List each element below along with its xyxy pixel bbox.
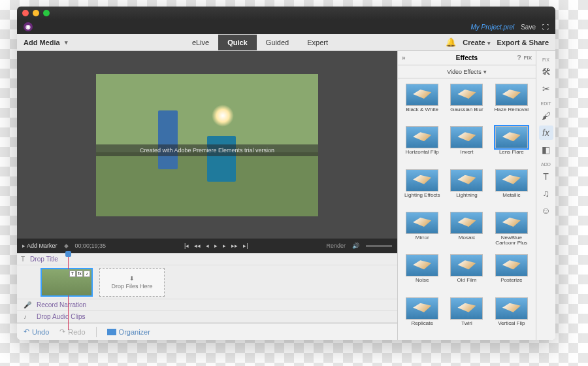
text-track-icon: T (21, 256, 25, 263)
drop-files-label: Drop Files Here (111, 283, 152, 290)
effect-lightning[interactable]: Lightning (445, 168, 488, 208)
effect-mirror[interactable]: Mirror (400, 210, 444, 250)
goto-start-icon[interactable]: |◂ (184, 242, 189, 249)
effect-thumbnail (406, 254, 438, 276)
tab-guided[interactable]: Guided (257, 35, 298, 50)
goto-end-icon[interactable]: ▸| (243, 242, 248, 249)
add-marker-button[interactable]: ▸ Add Marker (22, 242, 57, 249)
close-dot[interactable] (22, 10, 29, 16)
tab-quick[interactable]: Quick (218, 35, 257, 50)
effect-mosaic[interactable]: Mosaic (445, 210, 488, 250)
fullscreen-icon[interactable]: ⛶ (542, 24, 549, 31)
effect-invert[interactable]: Invert (445, 125, 488, 165)
effects-grid: Black & WhiteGaussian BlurHaze RemovalHo… (398, 78, 536, 340)
create-menu[interactable]: Create (463, 39, 490, 46)
narration-track[interactable]: 🎤 Record Narration (17, 299, 397, 311)
titles-icon[interactable]: T (539, 169, 553, 184)
app-window: ◉ My Project.prel Save ⛶ Add Media eLive… (17, 7, 555, 340)
adjust-icon[interactable]: 🛠 (539, 65, 553, 79)
render-button[interactable]: Render (326, 242, 346, 249)
effect-thumbnail (450, 169, 483, 191)
export-share-button[interactable]: Export & Share (497, 39, 549, 46)
effect-old-film[interactable]: Old Film (445, 253, 488, 293)
video-track[interactable]: Tfx♪ ⬇ Drop Files Here (17, 265, 397, 299)
organizer-icon (107, 329, 116, 335)
redo-label: Redo (68, 328, 85, 336)
tab-expert[interactable]: Expert (298, 35, 337, 50)
play-icon[interactable]: ▸ (214, 242, 218, 249)
stage: Created with Adobe Premiere Elements tri… (17, 51, 397, 340)
effect-black-white[interactable]: Black & White (400, 82, 444, 122)
fx-brush-icon[interactable]: 🖌 (539, 108, 553, 123)
title-track-label: Drop Title (30, 256, 58, 263)
effect-metallic[interactable]: Metallic (490, 168, 533, 208)
step-fwd-icon[interactable]: ▸▸ (231, 242, 238, 249)
effect-label: Metallic (502, 193, 520, 203)
effects-panel: » Effects ? FIX Video Effects Black & Wh… (397, 51, 536, 340)
clip-1[interactable]: Tfx♪ (41, 268, 93, 297)
dropdown-label: Video Effects (447, 69, 482, 75)
minimize-dot[interactable] (33, 10, 39, 16)
effect-lighting-effects[interactable]: Lighting Effects (400, 168, 444, 208)
next-frame-icon[interactable]: ▸ (223, 242, 226, 249)
transport-bar: ▸ Add Marker ◆ 00;00;19;35 |◂ ◂◂ ◂ ▸ ▸ ▸… (17, 239, 397, 253)
mac-titlebar (17, 7, 555, 20)
lens-flare-overlay (212, 105, 234, 127)
effect-thumbnail (406, 212, 438, 234)
smiley-icon[interactable]: ☺ (539, 203, 553, 218)
effect-thumbnail (495, 297, 528, 320)
panel-collapse-icon[interactable]: » (402, 54, 406, 61)
effect-label: Haze Removal (495, 107, 529, 118)
rail-section-edit: EDIT (541, 101, 551, 106)
effect-label: Posterize (500, 278, 522, 288)
clip-thumbnail: Tfx♪ (42, 269, 91, 295)
color-icon[interactable]: ◧ (539, 142, 553, 157)
add-media-button[interactable]: Add Media (17, 39, 74, 46)
undo-label: Undo (32, 328, 49, 336)
effect-gaussian-blur[interactable]: Gaussian Blur (445, 82, 488, 122)
help-icon[interactable]: ? (517, 54, 521, 61)
video-frame: Created with Adobe Premiere Elements tri… (96, 74, 318, 216)
tools-icon[interactable]: ✂ (539, 82, 553, 96)
effect-twirl[interactable]: Twirl (445, 296, 488, 336)
effect-thumbnail (495, 84, 528, 106)
marker-nav-icon[interactable]: ◆ (64, 242, 69, 249)
redo-button[interactable]: ↷Redo (59, 327, 85, 336)
prev-frame-icon[interactable]: ◂ (206, 242, 209, 249)
drop-files-well[interactable]: ⬇ Drop Files Here (99, 268, 165, 297)
effect-lens-flare[interactable]: Lens Flare (490, 125, 533, 165)
zoom-dot[interactable] (43, 10, 50, 16)
effect-replicate[interactable]: Replicate (400, 296, 444, 336)
audio-track[interactable]: ♪ Drop Audio Clips (17, 311, 397, 323)
tab-elive[interactable]: eLive (183, 35, 218, 50)
notification-bell-icon[interactable]: 🔔 (446, 37, 456, 47)
title-track-header[interactable]: T Drop Title (17, 254, 397, 265)
volume-icon[interactable]: 🔊 (352, 242, 359, 249)
effect-vertical-flip[interactable]: Vertical Flip (490, 296, 533, 336)
app-logo-icon: ◉ (24, 22, 33, 31)
preview-monitor[interactable]: Created with Adobe Premiere Elements tri… (17, 51, 397, 239)
effect-posterize[interactable]: Posterize (490, 253, 533, 293)
step-back-icon[interactable]: ◂◂ (194, 242, 201, 249)
effect-noise[interactable]: Noise (400, 253, 444, 293)
timecode[interactable]: 00;00;19;35 (75, 242, 106, 249)
audio-icon[interactable]: ♫ (539, 186, 553, 201)
effect-horizontal-flip[interactable]: Horizontal Flip (400, 125, 444, 165)
effects-icon[interactable]: fx (539, 125, 553, 140)
effect-thumbnail (406, 84, 438, 106)
effects-category-dropdown[interactable]: Video Effects (398, 65, 536, 78)
add-media-label: Add Media (24, 39, 60, 46)
effect-thumbnail (495, 212, 528, 234)
effect-label: Mirror (416, 235, 429, 246)
download-icon: ⬇ (129, 275, 135, 282)
effect-label: Lens Flare (499, 150, 524, 160)
figure-kneeling (207, 136, 236, 182)
effect-newblue-cartoonr-plus[interactable]: NewBlue Cartoonr Plus (490, 210, 533, 250)
volume-slider[interactable] (366, 245, 392, 247)
effect-haze-removal[interactable]: Haze Removal (490, 82, 533, 122)
separator (96, 327, 97, 337)
undo-button[interactable]: ↶Undo (24, 327, 49, 336)
organizer-button[interactable]: Organizer (107, 328, 150, 336)
save-button[interactable]: Save (521, 24, 536, 31)
effect-thumbnail (450, 254, 483, 276)
